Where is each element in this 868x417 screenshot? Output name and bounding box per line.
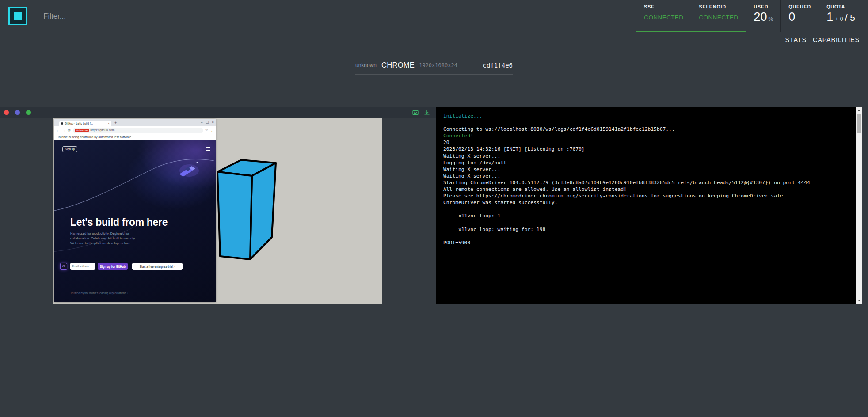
log-line: Initialize... [443,113,847,119]
minimize-window-icon[interactable] [15,110,20,115]
log-line: Logging to: /dev/null [443,159,847,166]
remote-browser-window: GitHub · Let's build f... × + – ▢ × ← → … [54,119,216,302]
github-signup-link: Sign up [62,146,77,152]
trusted-by-text: Trusted by the world's leading organizat… [70,292,128,295]
url-text: https://github.com [90,129,114,132]
spaceship-illustration [176,160,201,182]
log-line: Waiting X server... [443,153,847,159]
stat-label: QUEUED [788,4,811,9]
log-line: PORT=5900 [443,239,847,246]
log-line [443,119,847,126]
maximize-window-icon[interactable] [26,110,31,115]
stat-queued: QUEUED 0 [780,0,819,32]
browser-tab: GitHub · Let's build f... × [59,121,111,126]
enterprise-trial-button: Start a free enterprise trial > [132,263,183,270]
automation-infobar: Chrome is being controlled by automated … [54,134,216,140]
download-icon[interactable] [424,110,430,116]
vnc-panel: GitHub · Let's build f... × + – ▢ × ← → … [0,107,436,304]
github-homepage: Sign up Let's build from here Harnessed … [54,140,216,302]
log-line: --- x11vnc loop: 1 --- [443,212,847,219]
log-line: Starting ChromeDriver 104.0.5112.79 (3cf… [443,179,847,186]
stat-used: USED 20 % [746,0,781,32]
status-underline [636,31,691,32]
tab-close-icon: × [108,122,110,125]
session-resolution: 1920x1080x24 [419,62,457,68]
session-browser: CHROME [381,61,415,69]
star-icon: ☆ [205,128,208,132]
top-bar: SSE CONNECTED SELENOID CONNECTED USED 20… [0,0,868,32]
sse-status: CONNECTED [644,14,683,21]
code-icon: <> [60,263,67,270]
scrollbar-up-icon[interactable] [856,107,862,114]
security-badge: Not secure [75,129,89,132]
log-line: ChromeDriver was started successfully. [443,199,847,206]
log-line: Waiting X server... [443,173,847,179]
scrollbar-down-icon[interactable] [856,297,862,304]
hero-title: Let's build from here [70,216,168,228]
log-line: Please see https://chromedriver.chromium… [443,193,847,199]
scrollbar-thumb[interactable] [857,114,861,133]
menu-dots-icon: ⋮ [210,128,213,132]
log-line: Connecting to ws://localhost:8080/ws/log… [443,126,847,133]
github-favicon [61,122,63,125]
tab-stats[interactable]: STATS [785,36,807,43]
log-line: Connected! [443,133,847,139]
quota-total: / 5 [845,12,855,23]
hamburger-icon [206,147,210,151]
log-line: --- x11vnc loop: waiting for: 198 [443,226,847,233]
browser-tabstrip: GitHub · Let's build f... × + – ▢ × [54,119,216,126]
reload-icon: ⟳ [68,128,71,133]
view-tabs: STATS CAPABILITIES [785,36,860,43]
log-line: 20 [443,139,847,146]
log-lines: Initialize... Connecting to ws://localho… [443,113,847,246]
window-controls: – ▢ × [201,120,214,124]
log-line [443,220,847,226]
used-unit: % [769,16,773,22]
stat-label: SELENOID [699,4,738,9]
signup-form: Email address Sign up for GitHub Start a… [70,263,183,270]
vnc-actions [412,110,430,116]
hero-text: Harnessed for productivity. Designed for… [70,231,148,246]
log-scrollbar[interactable] [856,107,862,304]
new-tab-icon: + [114,121,117,125]
session-row[interactable]: unknown CHROME 1920x1080x24 cdf1f4e6 [355,61,513,75]
stat-label: SSE [644,4,683,9]
filter-input[interactable] [43,0,229,32]
log-line: Waiting X server... [443,166,847,173]
close-icon: × [212,120,214,124]
close-session-icon[interactable] [4,110,9,115]
minimize-icon: – [201,120,202,124]
status-bar: SSE CONNECTED SELENOID CONNECTED USED 20… [636,0,863,32]
log-line: All remote connections are allowed. Use … [443,186,847,193]
session-user: unknown [355,62,377,68]
queued-value: 0 [788,10,795,24]
browser-toolbar: ← → ⟳ Not secure https://github.com ☆ ⋮ [54,126,216,134]
stat-quota: QUOTA 1 + 0 / 5 [819,0,863,32]
address-bar: Not secure https://github.com [73,128,203,133]
selenoid-ui: SSE CONNECTED SELENOID CONNECTED USED 20… [0,0,868,417]
restore-icon: ▢ [206,120,209,124]
forward-icon: → [62,128,66,133]
back-icon: ← [56,128,60,133]
log-line: 2023/02/13 14:32:16 [INIT] [Listening on… [443,146,847,152]
tab-title: GitHub · Let's build f... [65,122,107,125]
quota-pending: + 0 [835,15,843,22]
session-id: cdf1f4e6 [483,62,513,69]
selenoid-logo[interactable] [8,7,27,25]
logo-square-icon [14,12,22,20]
stat-sse: SSE CONNECTED [636,0,691,32]
used-value: 20 [754,10,767,24]
email-field: Email address [70,263,95,270]
github-signup-button: Sign up for GitHub [98,263,128,270]
vnc-screen[interactable]: GitHub · Let's build f... × + – ▢ × ← → … [53,118,382,304]
stat-label: USED [754,4,773,9]
quota-used: 1 [826,10,833,24]
vnc-toolbar [0,107,436,118]
status-underline [691,31,746,32]
stat-selenoid: SELENOID CONNECTED [691,0,746,32]
log-line [443,206,847,212]
session-log[interactable]: Initialize... Connecting to ws://localho… [436,107,856,304]
stat-label: QUOTA [826,4,855,9]
screenshot-icon[interactable] [412,110,419,116]
tab-capabilities[interactable]: CAPABILITIES [813,36,860,43]
